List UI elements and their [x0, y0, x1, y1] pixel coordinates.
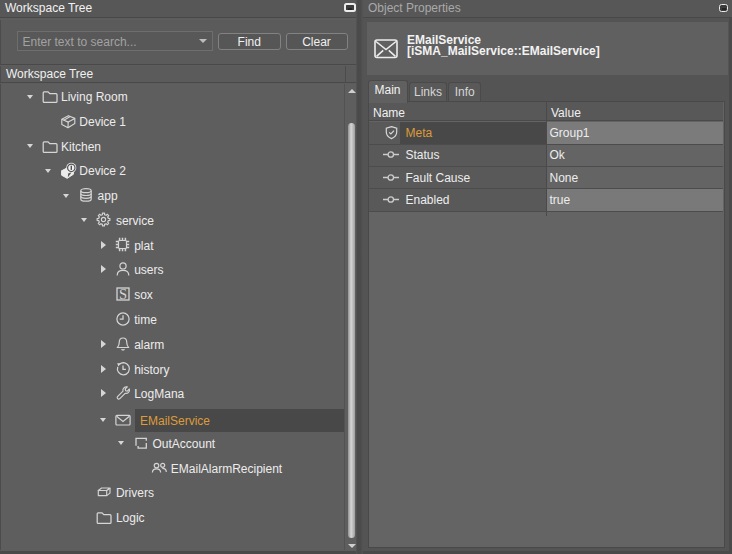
svg-text:S: S	[119, 286, 127, 302]
